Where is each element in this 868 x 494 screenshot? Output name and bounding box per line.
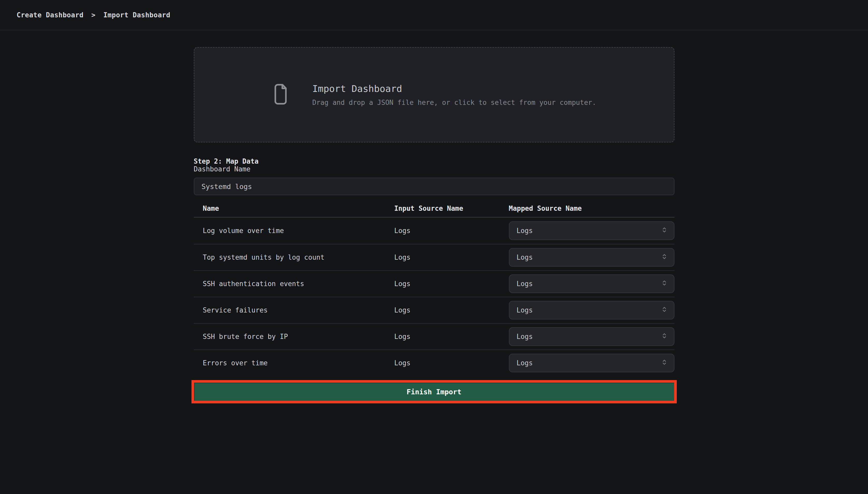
breadcrumb-create-dashboard[interactable]: Create Dashboard	[17, 11, 84, 19]
widget-name: Log volume over time	[194, 227, 394, 234]
chevrons-up-down-icon	[661, 332, 668, 341]
chevrons-up-down-icon	[661, 279, 668, 288]
finish-import-button[interactable]: Finish Import	[194, 383, 674, 401]
mapped-source-select[interactable]: Logs	[509, 274, 675, 293]
dashboard-name-label: Dashboard Name	[194, 165, 251, 173]
table-row: Log volume over time Logs Logs	[194, 217, 675, 244]
column-header-input-source: Input Source Name	[394, 205, 509, 212]
chevrons-up-down-icon	[661, 358, 668, 368]
table-row: SSH brute force by IP Logs Logs	[194, 323, 675, 349]
widget-name: SSH authentication events	[194, 280, 394, 288]
file-icon	[272, 82, 290, 108]
table-row: Service failures Logs Logs	[194, 297, 675, 323]
widget-name: Top systemd units by log count	[194, 253, 394, 261]
json-file-dropzone[interactable]: Import Dashboard Drag and drop a JSON fi…	[194, 47, 675, 142]
top-bar: Create Dashboard > Import Dashboard	[0, 0, 868, 30]
dropzone-title: Import Dashboard	[312, 83, 596, 94]
dashboard-name-input[interactable]	[194, 177, 675, 195]
input-source-name: Logs	[394, 333, 509, 340]
input-source-name: Logs	[394, 306, 509, 314]
mapped-source-value: Logs	[517, 333, 533, 340]
mapped-source-select[interactable]: Logs	[509, 354, 675, 372]
mapped-source-value: Logs	[517, 306, 533, 314]
widget-name: Service failures	[194, 306, 394, 314]
mapping-table-body: Log volume over time Logs Logs Top syste…	[194, 217, 675, 376]
mapped-source-value: Logs	[517, 253, 533, 261]
mapping-table: Name Input Source Name Mapped Source Nam…	[194, 205, 675, 376]
input-source-name: Logs	[394, 253, 509, 261]
breadcrumb-separator: >	[91, 11, 96, 19]
input-source-name: Logs	[394, 359, 509, 367]
mapped-source-select[interactable]: Logs	[509, 327, 675, 346]
table-row: SSH authentication events Logs Logs	[194, 270, 675, 297]
dropzone-text: Import Dashboard Drag and drop a JSON fi…	[312, 83, 596, 107]
table-row: Errors over time Logs Logs	[194, 349, 675, 376]
input-source-name: Logs	[394, 227, 509, 234]
mapped-source-value: Logs	[517, 280, 533, 288]
chevrons-up-down-icon	[661, 305, 668, 315]
breadcrumb: Create Dashboard > Import Dashboard	[17, 11, 170, 19]
breadcrumb-import-dashboard: Import Dashboard	[104, 11, 170, 19]
mapped-source-select[interactable]: Logs	[509, 248, 675, 267]
input-source-name: Logs	[394, 280, 509, 288]
mapped-source-value: Logs	[517, 359, 533, 367]
table-row: Top systemd units by log count Logs Logs	[194, 244, 675, 270]
column-header-name: Name	[194, 205, 394, 212]
mapping-table-header: Name Input Source Name Mapped Source Nam…	[194, 205, 675, 217]
import-dashboard-page: Import Dashboard Drag and drop a JSON fi…	[194, 30, 675, 403]
chevrons-up-down-icon	[661, 226, 668, 235]
mapped-source-value: Logs	[517, 227, 533, 234]
step-heading: Step 2: Map Data	[194, 157, 675, 165]
mapped-source-select[interactable]: Logs	[509, 301, 675, 320]
dropzone-subtitle: Drag and drop a JSON file here, or click…	[312, 99, 596, 107]
widget-name: SSH brute force by IP	[194, 333, 394, 340]
widget-name: Errors over time	[194, 359, 394, 367]
finish-import-highlight: Finish Import	[191, 380, 677, 403]
column-header-mapped-source: Mapped Source Name	[509, 205, 675, 212]
mapped-source-select[interactable]: Logs	[509, 221, 675, 240]
chevrons-up-down-icon	[661, 253, 668, 262]
